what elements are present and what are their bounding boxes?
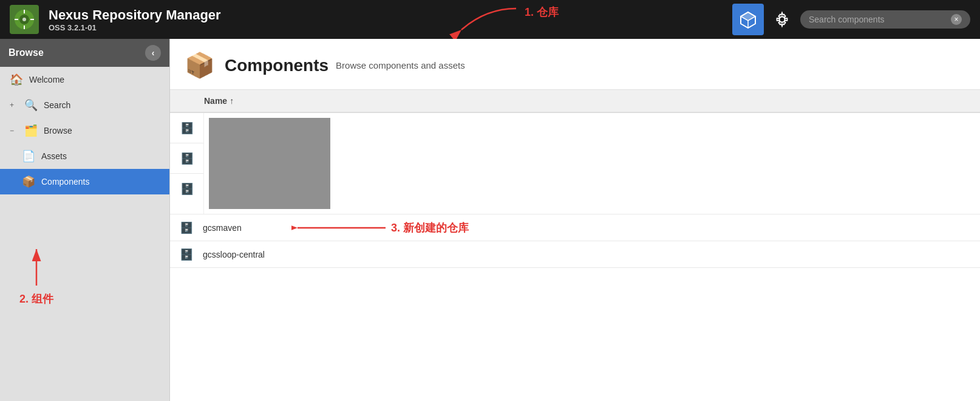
annotation-3-area: 3. 新创建的仓库 xyxy=(291,219,469,237)
grey-box-container xyxy=(204,113,980,214)
browse-folder-icon: 🗂️ xyxy=(24,124,38,137)
settings-nav-button[interactable] xyxy=(766,4,798,35)
page-wrapper: Nexus Repository Manager OSS 3.2.1-01 xyxy=(0,0,980,401)
search-bar[interactable]: × xyxy=(800,10,970,29)
sidebar-item-search[interactable]: + 🔍 Search xyxy=(0,92,169,118)
svg-point-2 xyxy=(22,18,26,21)
app-name: Nexus Repository Manager xyxy=(49,7,221,23)
svg-marker-8 xyxy=(741,12,755,21)
sidebar-item-assets-label: Assets xyxy=(41,151,67,161)
main-content: 📦 Components Browse components and asset… xyxy=(170,39,980,401)
annotation-3-arrow xyxy=(291,219,389,237)
table-row-icon-1: 🗄️ xyxy=(170,113,203,143)
search-input[interactable] xyxy=(809,15,946,24)
content-header-text: Components Browse components and assets xyxy=(225,56,465,75)
content-header-icon: 📦 xyxy=(185,51,215,80)
table-header: Name ↑ xyxy=(170,90,980,113)
table-name-label: Name xyxy=(204,96,227,106)
grey-rows-icons: 🗄️ 🗄️ 🗄️ xyxy=(170,113,204,214)
sidebar-item-components[interactable]: 📦 Components xyxy=(0,169,169,194)
search-clear-button[interactable]: × xyxy=(951,14,962,25)
table-row-icon-2: 🗄️ xyxy=(170,143,203,174)
components-icon: 📦 xyxy=(22,175,35,188)
sidebar-items: 🏠 Welcome + 🔍 Search − 🗂️ Browse 📄 Asset… xyxy=(0,67,169,401)
db-icon-3: 🗄️ xyxy=(180,182,194,196)
search-icon: 🔍 xyxy=(24,98,38,112)
browse-expand-icon: − xyxy=(10,126,18,135)
sort-icon[interactable]: ↑ xyxy=(230,96,234,106)
sidebar-item-search-label: Search xyxy=(44,100,70,110)
db-icon-1: 🗄️ xyxy=(180,122,194,135)
grey-placeholder-box xyxy=(209,118,330,209)
grey-rows-group: 🗄️ 🗄️ 🗄️ xyxy=(170,113,980,214)
sidebar: Browse ‹ 🏠 Welcome + 🔍 Search − 🗂️ Brows… xyxy=(0,39,170,401)
page-subtitle: Browse components and assets xyxy=(336,60,465,70)
assets-icon: 📄 xyxy=(22,149,35,163)
sidebar-item-components-label: Components xyxy=(41,177,89,187)
search-expand-icon: + xyxy=(10,101,18,109)
header-title: Nexus Repository Manager OSS 3.2.1-01 xyxy=(49,7,221,32)
sidebar-item-welcome[interactable]: 🏠 Welcome xyxy=(0,67,169,92)
header-nav: × xyxy=(732,4,970,35)
db-icon-gcssloop: 🗄️ xyxy=(180,248,193,261)
annotation-3-label: 3. 新创建的仓库 xyxy=(391,221,469,235)
sidebar-item-browse-label: Browse xyxy=(44,126,72,135)
db-icon-gcsmaven: 🗄️ xyxy=(180,221,193,235)
content-header: 📦 Components Browse components and asset… xyxy=(170,39,980,90)
table-area: Name ↑ 🗄️ 🗄️ 🗄️ xyxy=(170,90,980,401)
table-name-col-header: Name ↑ xyxy=(204,96,970,106)
app-version: OSS 3.2.1-01 xyxy=(49,23,221,32)
main-layout: Browse ‹ 🏠 Welcome + 🔍 Search − 🗂️ Brows… xyxy=(0,39,980,401)
sidebar-collapse-button[interactable]: ‹ xyxy=(145,45,161,61)
table-row-gcsmaven[interactable]: 🗄️ gcsmaven 3. 新创建的仓库 xyxy=(170,214,980,241)
gcssloop-name: gcssloop-central xyxy=(203,250,265,259)
gcsmaven-name: gcsmaven xyxy=(203,223,242,233)
sidebar-item-browse[interactable]: − 🗂️ Browse xyxy=(0,118,169,143)
sidebar-item-welcome-label: Welcome xyxy=(29,75,64,84)
browse-nav-button[interactable] xyxy=(732,4,764,35)
table-row-icon-3: 🗄️ xyxy=(170,174,203,204)
sidebar-title: Browse xyxy=(9,47,44,58)
db-icon-2: 🗄️ xyxy=(180,152,194,165)
page-title: Components xyxy=(225,56,328,75)
cube-icon xyxy=(739,10,757,29)
gear-icon xyxy=(774,11,791,28)
header: Nexus Repository Manager OSS 3.2.1-01 xyxy=(0,0,980,39)
logo-icon xyxy=(13,9,35,30)
table-row-gcssloop-central[interactable]: 🗄️ gcssloop-central xyxy=(170,241,980,268)
app-logo xyxy=(10,5,39,34)
home-icon: 🏠 xyxy=(10,73,23,86)
sidebar-item-assets[interactable]: 📄 Assets xyxy=(0,143,169,169)
sidebar-header: Browse ‹ xyxy=(0,39,169,67)
